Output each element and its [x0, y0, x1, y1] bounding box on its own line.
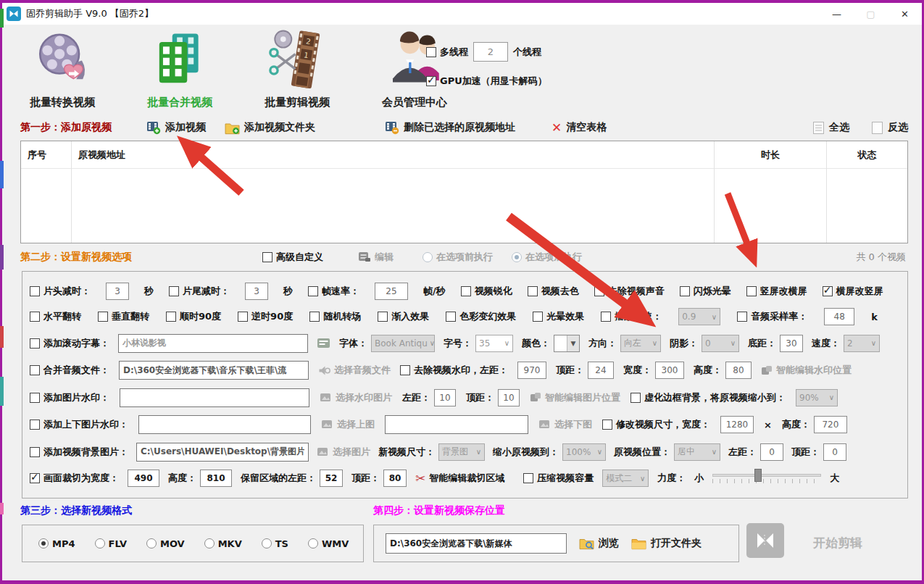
rotate-ccw-option[interactable]: 逆时90度 [238, 310, 293, 323]
compress-option[interactable]: 压缩视频容量 [523, 472, 594, 485]
format-radio-mkv[interactable]: MKV [204, 538, 242, 549]
random-transition-option[interactable]: 随机转场 [309, 310, 361, 323]
browse-button[interactable]: 浏览 [579, 537, 619, 550]
horizontal-to-vertical-option[interactable]: 横屏改竖屏 [823, 285, 883, 298]
head-trim-option[interactable]: 片头减时： [30, 285, 91, 298]
direction-select[interactable]: 向左∨ [620, 335, 661, 352]
image-watermark-option[interactable]: 添加图片水印： [30, 391, 109, 404]
fps-input[interactable]: 25 [375, 283, 408, 300]
wm-width-input[interactable]: 300 [655, 362, 684, 379]
play-speed-select[interactable]: 0.9∨ [678, 308, 720, 325]
subtitle-speed-select[interactable]: 2∨ [844, 335, 880, 352]
gpu-option[interactable]: GPU加速（用显卡解码） [426, 75, 547, 88]
advanced-custom-option[interactable]: 高级自定义 [262, 251, 323, 264]
keep-left-input[interactable]: 52 [320, 470, 343, 487]
image-watermark-path-input[interactable] [120, 388, 309, 407]
tab-batch-convert[interactable]: 批量转换视频 [22, 28, 103, 109]
mute-option[interactable]: 去除视频声音 [594, 285, 665, 298]
background-image-option[interactable]: 添加视频背景图片： [30, 446, 128, 459]
invert-select-button[interactable]: 反选 [871, 121, 908, 135]
flip-v-option[interactable]: 垂直翻转 [98, 310, 149, 323]
compress-strength-slider[interactable] [712, 474, 821, 483]
vertical-to-horizontal-option[interactable]: 竖屏改横屏 [746, 285, 807, 298]
keep-top-input[interactable]: 80 [383, 470, 407, 487]
format-radio-ts[interactable]: TS [262, 538, 288, 549]
resize-height-input[interactable]: 720 [814, 416, 847, 433]
play-speed-option[interactable]: 播放倍速： [601, 310, 662, 323]
crop-option[interactable]: 画面裁切为宽度： [30, 472, 119, 485]
video-table[interactable]: 序号 原视频地址 时长 状态 [20, 141, 908, 243]
merge-audio-option[interactable]: 合并音频文件： [30, 364, 109, 377]
sample-rate-option[interactable]: 音频采样率： [737, 310, 807, 323]
thread-count-input[interactable] [473, 42, 508, 62]
multithread-option[interactable]: 多线程 [426, 46, 468, 59]
sharpen-option[interactable]: 视频锐化 [461, 285, 512, 298]
wm-left-input[interactable]: 970 [517, 362, 546, 379]
wm-height-input[interactable]: 80 [725, 362, 752, 379]
flip-h-option[interactable]: 水平翻转 [30, 310, 81, 323]
edit-button[interactable]: 编辑 [358, 251, 394, 264]
bg-left-input[interactable]: 0 [760, 443, 783, 461]
wm-top-input[interactable]: 24 [588, 362, 614, 379]
select-all-button[interactable]: 全选 [812, 121, 849, 135]
audio-path-input[interactable] [119, 361, 309, 380]
start-edit-button[interactable] [746, 523, 784, 558]
choose-audio-button[interactable]: 选择音频文件 [318, 364, 391, 377]
tab-batch-merge[interactable]: 批量合并视频 [139, 28, 220, 109]
scroll-subtitle-option[interactable]: 添加滚动字幕： [30, 337, 109, 350]
shrink-select[interactable]: 90%∨ [796, 389, 838, 406]
format-radio-wmv[interactable]: WMV [308, 538, 349, 549]
resize-width-input[interactable]: 1280 [720, 416, 754, 433]
tab-batch-cut[interactable]: 2 1 批量剪辑视频 [257, 28, 338, 109]
fps-option[interactable]: 帧速率： [308, 285, 359, 298]
run-before-radio[interactable]: 在选项前执行 [423, 251, 493, 264]
smart-watermark-button[interactable]: 智能编辑水印位置 [761, 364, 852, 377]
format-radio-mp4[interactable]: MP4 [38, 538, 75, 549]
shrink-original-select[interactable]: 100%∨ [562, 443, 606, 461]
crop-width-input[interactable]: 490 [128, 470, 159, 487]
top-bottom-watermark-option[interactable]: 添加上下图片水印： [30, 418, 128, 431]
sample-rate-input[interactable]: 48 [824, 308, 854, 325]
top-image-path-input[interactable] [138, 415, 311, 434]
add-video-button[interactable]: 添加视频 [146, 120, 206, 135]
img-left-input[interactable]: 10 [434, 389, 456, 406]
decolor-option[interactable]: 视频去色 [528, 285, 579, 298]
color-fx-option[interactable]: 色彩变幻效果 [446, 310, 516, 323]
background-path-input[interactable] [136, 443, 309, 462]
new-size-select[interactable]: 背景图∨ [438, 443, 485, 461]
rotate-cw-option[interactable]: 顺时90度 [166, 310, 221, 323]
smart-image-position-button[interactable]: 智能编辑图片位置 [530, 391, 620, 404]
img-top-input[interactable]: 10 [498, 389, 520, 406]
compress-mode-select[interactable]: 模式二∨ [602, 470, 649, 487]
remove-watermark-option[interactable]: 去除视频水印，左距： [400, 364, 508, 377]
choose-top-image-button[interactable]: 选择上图 [321, 418, 375, 431]
head-trim-input[interactable]: 3 [106, 283, 129, 300]
resize-video-option[interactable]: 修改视频尺寸，宽度： [602, 418, 710, 431]
font-size-select[interactable]: 35∨ [475, 335, 513, 352]
flash-halo-option[interactable]: 闪烁光晕 [680, 285, 731, 298]
original-position-select[interactable]: 居中∨ [674, 443, 720, 461]
fade-in-option[interactable]: 渐入效果 [378, 310, 429, 323]
shadow-select[interactable]: 0∨ [702, 335, 739, 352]
choose-watermark-image-button[interactable]: 选择水印图片 [320, 391, 392, 404]
smart-crop-button[interactable]: ✂智能编辑裁切区域 [415, 472, 504, 485]
bottom-image-path-input[interactable] [385, 415, 528, 434]
close-button[interactable]: ✕ [888, 3, 922, 25]
choose-bottom-image-button[interactable]: 选择下图 [538, 418, 592, 431]
maximize-button[interactable]: ▢ [854, 3, 888, 25]
add-folder-button[interactable]: 添加视频文件夹 [225, 121, 315, 135]
font-select[interactable]: Book Antiqu∨ [371, 335, 435, 352]
tail-trim-option[interactable]: 片尾减时： [169, 285, 230, 298]
crop-height-input[interactable]: 810 [200, 470, 232, 487]
choose-background-button[interactable]: 选择图片 [317, 446, 370, 459]
minimize-button[interactable]: — [820, 3, 854, 25]
clear-table-button[interactable]: ✕ 清空表格 [552, 121, 607, 134]
color-picker[interactable]: ▼ [554, 335, 580, 352]
format-radio-mov[interactable]: MOV [146, 538, 185, 549]
tail-trim-input[interactable]: 3 [245, 283, 268, 300]
halo-fx-option[interactable]: 光晕效果 [533, 310, 584, 323]
run-after-radio[interactable]: 在选项后执行 [512, 251, 582, 264]
open-folder-button[interactable]: 打开文件夹 [631, 537, 702, 550]
subtitle-text-input[interactable] [118, 334, 308, 353]
slider-thumb[interactable] [754, 469, 762, 482]
